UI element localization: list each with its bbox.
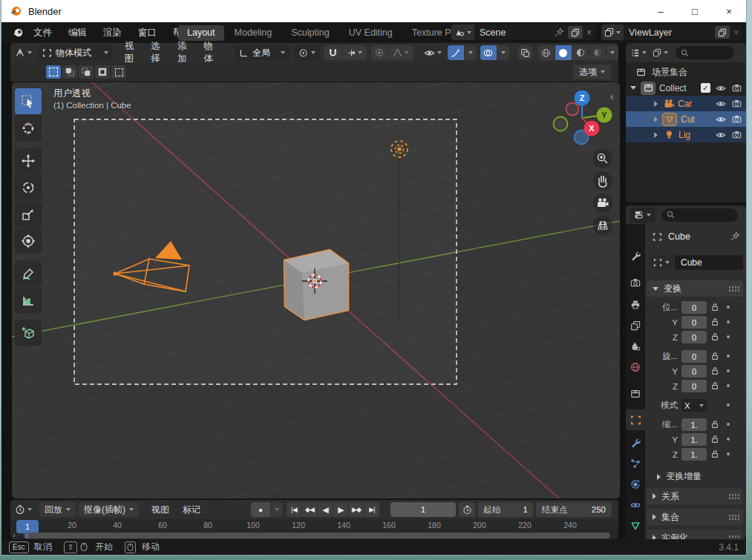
transform-panel-header[interactable]: 变换 (647, 280, 743, 297)
timeline-editor-type-button[interactable] (15, 504, 32, 515)
playback-menu[interactable]: 回放 (39, 502, 76, 517)
workspace-tab-sculpting[interactable]: Sculpting (282, 25, 338, 41)
animate-dot[interactable] (727, 384, 730, 387)
select-mode-subtract-button[interactable] (79, 65, 94, 79)
outliner-editor-type-button[interactable] (630, 48, 647, 58)
gizmo-x-ball[interactable]: X (584, 121, 600, 136)
camera-expand-arrow[interactable] (654, 101, 658, 107)
light-render-camera-icon[interactable] (732, 130, 742, 139)
camera-render-camera-icon[interactable] (732, 99, 742, 108)
minimize-button[interactable]: – (644, 0, 678, 22)
location-z-field[interactable]: 0 (681, 331, 707, 343)
transform-orientation-dropdown[interactable]: 全局 (235, 45, 290, 61)
viewlayer-name[interactable]: ViewLayer (629, 27, 715, 38)
select-mode-invert-button[interactable] (95, 65, 110, 79)
show-overlays-toggle[interactable] (480, 45, 497, 60)
zoom-button[interactable] (593, 149, 612, 168)
snap-toggle[interactable] (324, 45, 342, 60)
shading-material-button[interactable] (572, 45, 589, 60)
cube-render-camera-icon[interactable] (732, 114, 742, 124)
play-button[interactable]: ▶ (333, 502, 348, 517)
lock-icon[interactable] (710, 366, 719, 375)
menu-window[interactable]: 窗口 (130, 24, 165, 41)
menu-render[interactable]: 渲染 (95, 24, 130, 41)
light-hide-eye-icon[interactable] (716, 130, 726, 140)
pin-icon[interactable] (730, 231, 740, 241)
gizmo-neg-y-ball[interactable] (554, 117, 568, 131)
tab-object[interactable] (626, 409, 645, 430)
playhead[interactable]: 1 (16, 520, 39, 533)
visibility-dropdown[interactable] (424, 47, 442, 59)
timeline-ruler[interactable]: 20406080100120140160180200220240 (10, 519, 618, 531)
camera-object[interactable] (113, 241, 189, 291)
proportional-editing-toggle[interactable] (371, 45, 388, 60)
jump-to-end-button[interactable]: ▶| (364, 502, 379, 517)
collection-render-camera-icon[interactable] (732, 83, 742, 93)
rotation-x-field[interactable]: 0 (681, 350, 707, 363)
animate-dot[interactable] (727, 438, 730, 441)
tool-scale[interactable] (15, 201, 42, 227)
gizmo-z-ball[interactable]: Z (575, 90, 590, 106)
delta-transform-panel[interactable]: 变换增量 (657, 470, 702, 483)
gizmo-y-ball[interactable]: Y (597, 108, 612, 123)
cube-object[interactable] (284, 250, 348, 320)
region-collapse-arrow[interactable]: ‹ (610, 90, 614, 102)
tab-modifiers[interactable] (626, 433, 645, 452)
collection-expand-arrow[interactable] (630, 86, 636, 90)
select-mode-extend-button[interactable] (62, 65, 77, 79)
tab-collection[interactable] (626, 384, 645, 403)
viewlayer-new-button[interactable] (715, 26, 730, 39)
collections-panel-header[interactable]: 集合 (647, 509, 743, 525)
animate-dot[interactable] (727, 403, 730, 406)
tab-physics[interactable] (626, 475, 645, 494)
next-keyframe-button[interactable]: ▶◆ (349, 502, 364, 517)
animate-dot[interactable] (727, 320, 730, 323)
menu-object[interactable]: 物体 (197, 45, 223, 61)
scene-unlink-button[interactable]: × (583, 27, 595, 38)
xray-toggle[interactable] (518, 45, 532, 60)
drag-handle[interactable] (728, 286, 740, 292)
tab-particles[interactable] (626, 454, 645, 473)
scale-x-field[interactable]: 1. (681, 418, 707, 431)
collection-hide-eye-icon[interactable] (716, 83, 726, 93)
relations-panel-header[interactable]: 关系 (647, 488, 743, 504)
close-button[interactable]: × (712, 0, 746, 22)
shading-dropdown[interactable] (606, 45, 618, 60)
tab-render[interactable] (626, 273, 645, 292)
lock-icon[interactable] (710, 381, 719, 390)
light-object[interactable] (391, 141, 408, 318)
object-browse-button[interactable] (650, 255, 673, 270)
cube-expand-arrow[interactable] (654, 116, 658, 122)
animate-dot[interactable] (727, 369, 730, 372)
keying-set-dropdown[interactable] (271, 502, 283, 517)
instancing-panel-header[interactable]: 实例化 (647, 530, 743, 539)
timeline-expand-arrow[interactable]: › (13, 530, 16, 539)
outliner-search-input[interactable] (676, 46, 734, 59)
frame-start-field[interactable]: 起始1 (478, 502, 533, 517)
outliner-row-collection[interactable]: Collect ✓ (626, 80, 746, 96)
tool-rotate[interactable] (15, 174, 42, 200)
shading-rendered-button[interactable] (589, 45, 606, 60)
tool-move[interactable] (15, 148, 42, 174)
outliner-row-camera[interactable]: Car (626, 96, 746, 111)
tab-constraints[interactable] (626, 495, 645, 515)
timeline-marker-menu[interactable]: 标记 (176, 502, 207, 517)
animate-dot[interactable] (727, 306, 730, 309)
drag-handle[interactable] (728, 493, 740, 500)
animate-dot[interactable] (727, 335, 730, 338)
prev-keyframe-button[interactable]: ◆◀ (302, 502, 317, 517)
timeline-view-menu[interactable]: 视图 (145, 502, 176, 517)
tab-tool[interactable] (626, 246, 645, 266)
outliner-display-mode-button[interactable] (653, 48, 668, 57)
scale-z-field[interactable]: 1. (681, 448, 707, 461)
tool-annotate[interactable] (15, 260, 42, 286)
snap-target-dropdown[interactable] (343, 45, 367, 60)
shading-wireframe-button[interactable] (538, 45, 555, 60)
lock-icon[interactable] (710, 435, 719, 444)
gizmo-dropdown[interactable] (465, 45, 477, 60)
tool-cursor[interactable] (15, 115, 42, 141)
scene-new-button[interactable] (568, 26, 583, 39)
location-x-field[interactable]: 0 (681, 301, 707, 314)
scale-y-field[interactable]: 1. (681, 433, 707, 446)
frame-end-field[interactable]: 结束点250 (536, 502, 612, 517)
